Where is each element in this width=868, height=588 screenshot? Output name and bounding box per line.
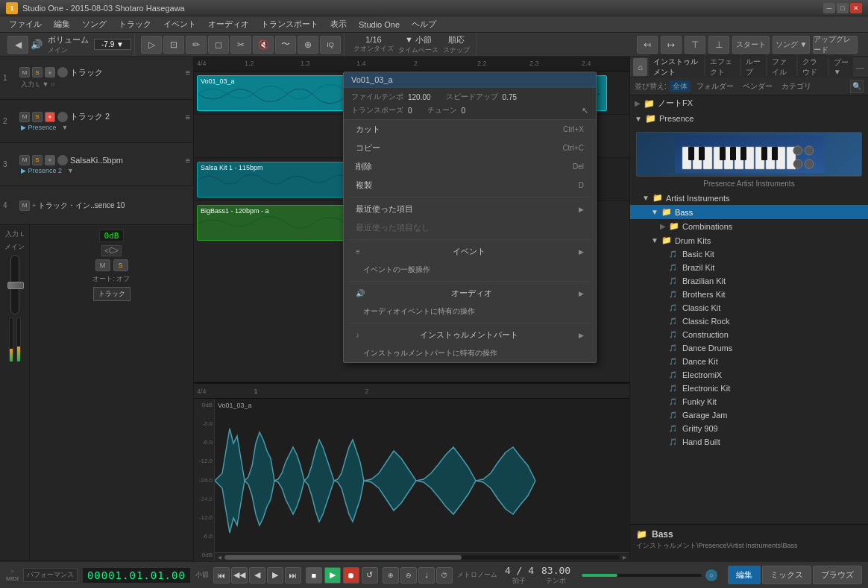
tab-effects[interactable]: エフェクト [705, 54, 740, 80]
punch-in-button[interactable]: ⊕ [383, 567, 399, 584]
ctx-delete[interactable]: 削除 Del [344, 157, 596, 176]
tree-classic-kit[interactable]: 🎵 Classic Kit [630, 301, 868, 314]
ctx-recent[interactable]: 最近使った項目 [344, 200, 596, 218]
mixer-solo-btn[interactable]: S [113, 259, 128, 271]
click-button[interactable]: ♩ [418, 567, 435, 584]
tree-funky-kit[interactable]: 🎵 Funky Kit [630, 395, 868, 408]
waveform-scrollbar[interactable]: ◂ ▸ [215, 552, 629, 561]
browse-view-button[interactable]: ブラウズ [813, 566, 862, 584]
track-2-mute[interactable]: M [19, 112, 30, 122]
song-button[interactable]: ソング ▼ [773, 36, 810, 54]
tree-dance-kit[interactable]: 🎵 Dance Kit [630, 355, 868, 368]
minimize-panel-button[interactable]: — [855, 60, 865, 75]
track-3-rec[interactable]: ● [45, 155, 55, 165]
track-1-vol-knob[interactable] [57, 67, 68, 78]
menu-edit[interactable]: 編集 [48, 17, 76, 31]
tree-basic-kit[interactable]: 🎵 Basic Kit [630, 247, 868, 261]
track-2-solo[interactable]: S [32, 112, 43, 122]
mixer-mute-btn[interactable]: M [95, 259, 110, 271]
track-1-mute[interactable]: M [19, 67, 30, 78]
play-button[interactable]: ▶ [324, 567, 341, 584]
stop-button[interactable]: ■ [306, 567, 322, 584]
track-3-mute[interactable]: M [19, 155, 30, 165]
tool-iq[interactable]: IQ [320, 36, 341, 54]
nav-right-4[interactable]: ⊥ [708, 36, 729, 54]
upgrade-button[interactable]: アップグレード [813, 36, 858, 54]
track-3-solo[interactable]: S [32, 155, 43, 165]
tool-zoom[interactable]: ⊕ [298, 36, 318, 54]
close-button[interactable]: ✕ [850, 3, 862, 13]
nav-right-1[interactable]: ↤ [637, 36, 658, 54]
home-button[interactable]: ⌂ [633, 58, 647, 76]
filter-folder[interactable]: フォルダー [694, 80, 737, 92]
mix-view-button[interactable]: ミックス [762, 566, 811, 584]
record-button[interactable]: ⏺ [343, 567, 359, 584]
start-button[interactable]: スタート [732, 36, 770, 54]
tree-construction[interactable]: 🎵 Construction [630, 328, 868, 341]
menu-track[interactable]: トラック [113, 17, 157, 31]
minimize-button[interactable]: ─ [823, 3, 835, 13]
tree-brazil-kit[interactable]: 🎵 Brazil Kit [630, 261, 868, 274]
tree-gritty[interactable]: 🎵 Gritty 909 [630, 422, 868, 435]
maximize-button[interactable]: □ [837, 3, 849, 13]
tab-loops[interactable]: ループ [741, 54, 766, 80]
menu-transport[interactable]: トランスポート [255, 17, 324, 31]
ctx-instrument[interactable]: ♪ インストゥルメントパート [344, 326, 596, 344]
tree-hand-built[interactable]: 🎵 Hand Built [630, 435, 868, 449]
tree-presence[interactable]: ▼ 📁 Presence [630, 111, 868, 126]
ctx-cut[interactable]: カット Ctrl+X [344, 120, 596, 139]
tab-files[interactable]: ファイル [767, 54, 796, 80]
tool-draw[interactable]: ✏ [186, 36, 207, 54]
tab-instruments[interactable]: インストゥルメント [649, 54, 704, 80]
menu-studioone[interactable]: Studio One [353, 19, 406, 31]
volume-value[interactable]: -7.9 ▼ [94, 39, 131, 50]
track-2-vol-knob[interactable] [57, 112, 68, 122]
rewind-button[interactable]: ◀◀ [231, 567, 248, 584]
tool-cut[interactable]: ✂ [230, 36, 251, 54]
tool-mute[interactable]: 🔇 [253, 36, 274, 54]
fader-vertical[interactable] [10, 255, 19, 314]
search-icon[interactable]: 🔍 [850, 80, 864, 93]
tree-bass[interactable]: ▼ 📁 Bass [630, 205, 868, 219]
tree-electromix[interactable]: 🎵 ElectromiX [630, 368, 868, 382]
nav-right-2[interactable]: ↦ [661, 36, 682, 54]
track-1-solo[interactable]: S [32, 67, 43, 78]
tree-brazilian-kit[interactable]: 🎵 Brazilian Kit [630, 274, 868, 288]
tree-garage-jam[interactable]: 🎵 Garage Jam [630, 408, 868, 422]
tab-cloud[interactable]: クラウド [798, 54, 827, 80]
ctx-instrument-specific[interactable]: インストゥルメントパートに特有の操作 [344, 344, 596, 362]
menu-file[interactable]: ファイル [3, 17, 48, 31]
performance-button[interactable]: パフォーマンス [23, 568, 78, 582]
track-2-rec[interactable]: ● [45, 112, 55, 122]
forward-button[interactable]: ▶ [267, 567, 283, 584]
ctx-audio[interactable]: 🔊 オーディオ [344, 284, 596, 303]
reverse-button[interactable]: ◀ [249, 567, 265, 584]
ctx-event-general[interactable]: イベントの一般操作 [344, 261, 596, 279]
goto-start-button[interactable]: ⏮ [213, 567, 230, 584]
ctx-event[interactable]: ≡ イベント [344, 242, 596, 261]
channel-select[interactable]: <C> [101, 245, 122, 256]
tab-more[interactable]: プー▼ [829, 55, 854, 78]
ctx-copy[interactable]: コピー Ctrl+C [344, 139, 596, 157]
edit-view-button[interactable]: 編集 [728, 566, 761, 584]
track-4-mute[interactable]: M [19, 200, 30, 211]
tree-combinations[interactable]: ▶ 📁 Combinations [630, 219, 868, 233]
tree-classic-rock[interactable]: 🎵 Classic Rock [630, 314, 868, 328]
loop-button[interactable]: ↺ [362, 567, 378, 584]
menu-song[interactable]: ソング [76, 17, 113, 31]
tool-select[interactable]: ▷ [141, 36, 162, 54]
tree-drum-kits[interactable]: ▼ 📁 Drum Kits [630, 233, 868, 247]
filter-all[interactable]: 全体 [670, 80, 691, 92]
menu-event[interactable]: イベント [157, 17, 202, 31]
goto-end-button[interactable]: ⏭ [285, 567, 301, 584]
menu-audio[interactable]: オーディオ [202, 17, 255, 31]
tree-notefx[interactable]: ▶ 📁 ノートFX [630, 95, 868, 111]
ctx-duplicate[interactable]: 複製 D [344, 176, 596, 195]
tool-erase[interactable]: ◻ [208, 36, 229, 54]
tree-artist-instruments[interactable]: ▼ 📁 Artist Instruments [630, 191, 868, 205]
ctx-audio-specific[interactable]: オーディオイベントに特有の操作 [344, 303, 596, 320]
tree-electronic-kit[interactable]: 🎵 Electronic Kit [630, 382, 868, 395]
filter-vendor[interactable]: ベンダー [740, 80, 776, 92]
tool-bend[interactable]: 〜 [275, 36, 296, 54]
metronome-button[interactable]: ⏱ [436, 567, 453, 584]
